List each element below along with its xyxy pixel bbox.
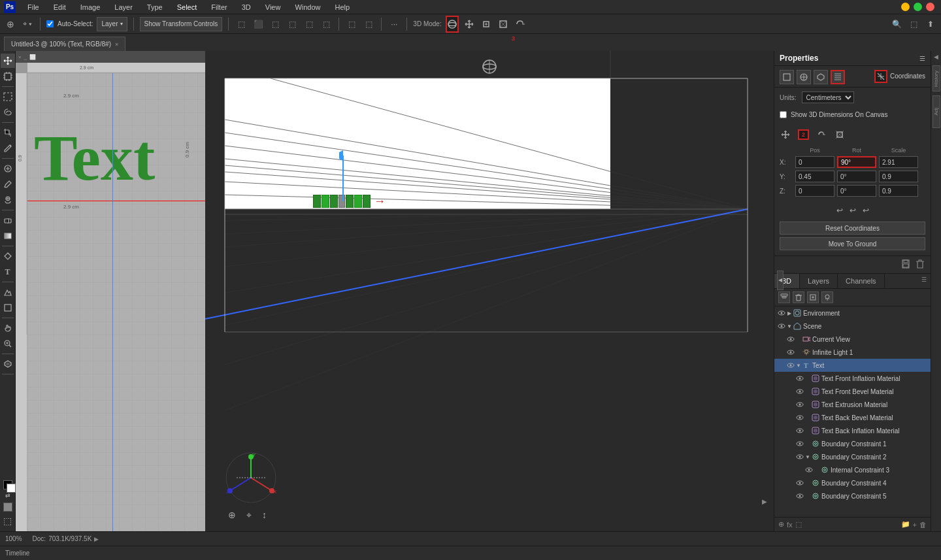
- move-tool-icon[interactable]: ⊕: [4, 18, 17, 31]
- layer-trash-icon[interactable]: 🗑: [919, 521, 927, 529]
- export-icon[interactable]: ⬆: [924, 18, 937, 31]
- rot-x-input[interactable]: [837, 156, 876, 168]
- align-top-icon[interactable]: ⬚: [286, 18, 299, 31]
- panel-save-icon[interactable]: [900, 259, 911, 271]
- menu-filter[interactable]: Filter: [208, 2, 229, 12]
- distribute-icon[interactable]: ⬚: [345, 18, 358, 31]
- menu-help[interactable]: Help: [333, 2, 353, 12]
- menu-edit[interactable]: Edit: [51, 2, 69, 12]
- zoom-tool[interactable]: [1, 337, 15, 351]
- layer-delete-btn[interactable]: [793, 291, 804, 303]
- layer-text[interactable]: ▼ T Text: [774, 359, 931, 372]
- layer-boundary-5[interactable]: Boundary Constraint 5: [774, 489, 931, 502]
- layer-text-extrusion[interactable]: Text Extrusion Material: [774, 398, 931, 411]
- undo-z-btn[interactable]: ↩: [863, 206, 869, 215]
- 3d-rotate-icon[interactable]: [446, 18, 459, 31]
- light-visibility-icon[interactable]: [786, 348, 795, 357]
- panel-tab-menu-icon[interactable]: ☰: [917, 274, 931, 288]
- close-btn[interactable]: [926, 3, 934, 11]
- undo-y-btn[interactable]: ↩: [850, 206, 856, 215]
- position-icon[interactable]: [780, 129, 791, 140]
- 3d-slide-icon[interactable]: [480, 18, 493, 31]
- layer-internal-constraint-3[interactable]: Internal Constraint 3: [774, 463, 931, 476]
- env-visibility-icon[interactable]: [777, 308, 786, 318]
- 3d-rotate-view-icon[interactable]: [514, 18, 527, 31]
- auto-select-checkbox[interactable]: [46, 20, 54, 27]
- hand-tool[interactable]: [1, 321, 15, 335]
- orbit-control-icon[interactable]: [482, 59, 497, 78]
- pan-icon[interactable]: ⊕: [228, 510, 236, 521]
- layer-boundary-4[interactable]: Boundary Constraint 4: [774, 476, 931, 489]
- pos-z-input[interactable]: [795, 185, 834, 197]
- scene-visibility-icon[interactable]: [777, 321, 786, 331]
- layer-environment[interactable]: ▶ Environment: [774, 306, 931, 320]
- 3d-tool[interactable]: [1, 357, 15, 371]
- align-center-h-icon[interactable]: ⬛: [252, 18, 265, 31]
- units-select[interactable]: Centimeters: [802, 91, 854, 103]
- lasso-tool[interactable]: [1, 105, 15, 120]
- menu-3d[interactable]: 3D: [239, 2, 254, 12]
- history-btn[interactable]: History: [933, 65, 940, 91]
- layer-add-icon[interactable]: ⊕: [778, 520, 784, 529]
- env-expand-icon[interactable]: ▶: [786, 308, 793, 318]
- rot-y-input[interactable]: [837, 171, 876, 182]
- tbb-visibility-icon[interactable]: [795, 413, 804, 422]
- menu-view[interactable]: View: [263, 2, 284, 12]
- props-tab-coordinates[interactable]: [831, 70, 845, 84]
- undo-x-btn[interactable]: ↩: [836, 206, 843, 215]
- distribute2-icon[interactable]: ⬚: [362, 18, 375, 31]
- pen-tool[interactable]: [1, 249, 15, 263]
- preview-panel-minimize[interactable]: _: [24, 54, 27, 60]
- gradient-tool[interactable]: [1, 229, 15, 243]
- foreground-color[interactable]: [3, 480, 12, 489]
- scale-y-input[interactable]: [879, 171, 918, 182]
- layer-selector[interactable]: Layer ▾: [97, 17, 127, 31]
- layer-text-front-bevel[interactable]: Text Front Bevel Material: [774, 385, 931, 398]
- menu-type[interactable]: Type: [144, 2, 165, 12]
- search-icon[interactable]: 🔍: [890, 18, 903, 31]
- tbi-visibility-icon[interactable]: [795, 426, 804, 435]
- layer-create-icon[interactable]: +: [913, 521, 917, 529]
- align-middle-icon[interactable]: ⬚: [303, 18, 316, 31]
- scale-z-input[interactable]: [879, 185, 918, 197]
- panel-collapse-handle[interactable]: ◀: [777, 271, 784, 290]
- screen-mode-icon[interactable]: ⬚: [3, 516, 12, 526]
- 3d-scale-icon[interactable]: [497, 18, 510, 31]
- rot-z-input[interactable]: [837, 185, 876, 197]
- slide-icon[interactable]: ↕: [262, 510, 267, 521]
- te-visibility-icon[interactable]: [795, 400, 804, 409]
- y-axis-arrow[interactable]: [339, 149, 347, 209]
- path-select-tool[interactable]: [1, 285, 15, 299]
- layer-text-back-bevel[interactable]: Text Back Bevel Material: [774, 411, 931, 424]
- layer-boundary-2[interactable]: ▼ Boundary Constraint 2: [774, 450, 931, 463]
- menu-window[interactable]: Window: [292, 2, 323, 12]
- scroll-arrow[interactable]: ▶: [762, 498, 767, 505]
- reset-coordinates-btn[interactable]: Reset Coordinates: [780, 222, 925, 235]
- type-tool[interactable]: T: [1, 265, 15, 279]
- text-expand-icon[interactable]: ▼: [795, 361, 802, 370]
- layer-text-back-inflation[interactable]: Text Back Inflation Material: [774, 424, 931, 437]
- selection-tool[interactable]: [1, 90, 15, 104]
- bc5-visibility-icon[interactable]: [795, 491, 804, 501]
- move-to-ground-btn[interactable]: Move To Ground: [780, 237, 925, 250]
- brush-tool[interactable]: [1, 177, 15, 191]
- props-tab-3d[interactable]: [814, 70, 828, 84]
- layer-text-front-inflation[interactable]: Text Front Inflation Material: [774, 372, 931, 385]
- restore-btn[interactable]: [914, 3, 922, 11]
- props-tab-shape[interactable]: [780, 70, 794, 84]
- align-bottom-icon[interactable]: ⬚: [320, 18, 333, 31]
- preview-panel-close[interactable]: ×: [18, 54, 22, 60]
- panel-delete-icon[interactable]: [915, 259, 925, 271]
- layer-infinite-light[interactable]: Infinite Light 1: [774, 346, 931, 359]
- layer-light-btn[interactable]: [821, 291, 833, 303]
- crop-tool[interactable]: [1, 125, 15, 140]
- clone-tool[interactable]: [1, 193, 15, 207]
- eyedropper-tool[interactable]: [1, 141, 15, 156]
- menu-select[interactable]: Select: [174, 2, 200, 12]
- layer-mask-icon[interactable]: ⬚: [795, 520, 802, 529]
- shape-tool[interactable]: [1, 301, 15, 315]
- text-visibility-icon[interactable]: [786, 361, 795, 370]
- swap-colors-icon[interactable]: ⇄: [5, 492, 10, 499]
- move-tool[interactable]: [1, 54, 15, 68]
- move-controls-icon[interactable]: ⌖ ▾: [21, 18, 34, 31]
